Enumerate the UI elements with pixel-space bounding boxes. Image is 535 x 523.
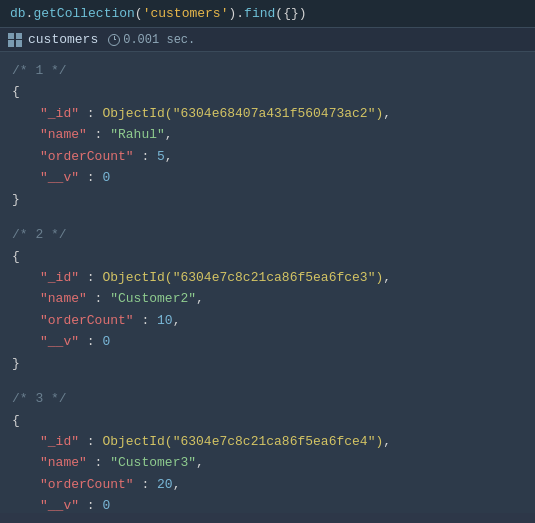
query-bar: db.getCollection('customers').find({}) <box>0 0 535 28</box>
doc-separator <box>12 214 523 224</box>
document-block: /* 2 */{"_id" : ObjectId("6304e7c8c21ca8… <box>12 224 523 374</box>
doc-open-brace: { <box>12 81 523 102</box>
grid-icon <box>8 33 22 47</box>
doc-field-ordercount: "orderCount" : 20, <box>12 474 523 495</box>
results-area[interactable]: /* 1 */{"_id" : ObjectId("6304e68407a431… <box>0 52 535 513</box>
doc-comment: /* 2 */ <box>12 224 523 245</box>
doc-field-ordercount: "orderCount" : 10, <box>12 310 523 331</box>
doc-field-ordercount: "orderCount" : 5, <box>12 146 523 167</box>
doc-open-brace: { <box>12 410 523 431</box>
tab-time: 0.001 sec. <box>108 33 195 47</box>
doc-field-id: "_id" : ObjectId("6304e7c8c21ca86f5ea6fc… <box>12 267 523 288</box>
doc-separator <box>12 378 523 388</box>
tab-bar: customers 0.001 sec. <box>0 28 535 52</box>
doc-close-brace: } <box>12 189 523 210</box>
doc-field-name: "name" : "Rahul", <box>12 124 523 145</box>
document-block: /* 3 */{"_id" : ObjectId("6304e7c8c21ca8… <box>12 388 523 513</box>
tab-duration: 0.001 sec. <box>123 33 195 47</box>
query-collection-name: 'customers' <box>143 6 229 21</box>
doc-field-id: "_id" : ObjectId("6304e7c8c21ca86f5ea6fc… <box>12 431 523 452</box>
doc-field-name: "name" : "Customer3", <box>12 452 523 473</box>
document-block: /* 1 */{"_id" : ObjectId("6304e68407a431… <box>12 60 523 210</box>
query-find: find <box>244 6 275 21</box>
doc-open-brace: { <box>12 246 523 267</box>
query-prefix: db <box>10 6 26 21</box>
doc-close-brace: } <box>12 353 523 374</box>
query-method: getCollection <box>33 6 134 21</box>
doc-field-v: "__v" : 0 <box>12 167 523 188</box>
query-dot2: . <box>236 6 244 21</box>
doc-field-v: "__v" : 0 <box>12 331 523 352</box>
query-paren-open: ( <box>135 6 143 21</box>
doc-field-name: "name" : "Customer2", <box>12 288 523 309</box>
query-find-close: }) <box>291 6 307 21</box>
clock-icon <box>108 34 120 46</box>
tab-label[interactable]: customers <box>28 32 98 47</box>
doc-field-id: "_id" : ObjectId("6304e68407a431f560473a… <box>12 103 523 124</box>
doc-comment: /* 1 */ <box>12 60 523 81</box>
doc-comment: /* 3 */ <box>12 388 523 409</box>
doc-field-v: "__v" : 0 <box>12 495 523 513</box>
query-find-parens: ({ <box>275 6 291 21</box>
